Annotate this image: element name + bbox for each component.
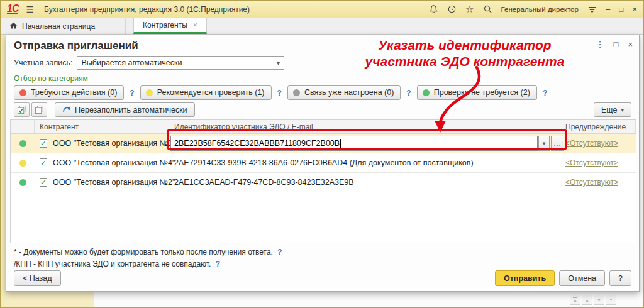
dialog-footer-buttons: Отправить Отмена ? — [495, 270, 631, 286]
filter-help-icon[interactable]: ? — [406, 89, 411, 97]
table-row[interactable]: ✓ ООО "Тестовая организация №2" 2AE1CC3A… — [11, 173, 636, 192]
service-menu-icon[interactable] — [587, 5, 597, 14]
filter-actions-required[interactable]: Требуются действия (0) — [14, 85, 124, 100]
row-checkbox[interactable]: ✓ — [40, 158, 47, 167]
check-icon: ✓ — [40, 179, 47, 186]
warning-link[interactable]: <Отсутствуют> — [560, 178, 618, 187]
tab-contractors-label: Контрагенты — [143, 21, 187, 30]
row-checkbox[interactable]: ✓ — [40, 139, 47, 148]
dialog-kebab-menu-icon[interactable]: ⋮ — [596, 40, 604, 48]
filter-no-check-needed[interactable]: Проверка не требуется (2) — [417, 85, 537, 100]
cancel-button[interactable]: Отмена — [559, 270, 605, 286]
edo-id-value: 2AE1CC3AEAD-F479-47CD-8C93-8423E32A3E9B — [174, 178, 354, 187]
underlying-form-strip: ▲ ▲ ▼ ▼ — [6, 292, 644, 308]
status-dot-icon — [19, 160, 26, 167]
warning-link[interactable]: <Отсутствуют> — [560, 158, 618, 167]
check-icon: ✓ — [40, 159, 47, 167]
account-row: Учетная запись: Выбирается автоматически… — [14, 56, 284, 70]
scroll-buttons: ▲ ▲ ▼ ▼ — [570, 295, 616, 305]
gray-status-dot-icon — [293, 89, 300, 96]
filter-label: Требуются действия (0) — [31, 88, 117, 97]
column-status[interactable] — [11, 120, 35, 133]
text-caret — [340, 139, 341, 148]
table-row[interactable]: ✓ ООО "Тестовая организация №4" 2AE72914… — [11, 153, 636, 173]
more-button[interactable]: Еще ▾ — [594, 102, 631, 117]
help-button[interactable]: ? — [609, 270, 631, 286]
contractor-name: ООО "Тестовая организация №4" — [53, 158, 175, 167]
warning-link[interactable]: <Отсутствуют> — [560, 139, 618, 148]
table-row[interactable]: ✓ ООО "Тестовая организация №3" 2BE23B58… — [11, 134, 636, 153]
tab-close-icon[interactable]: × — [193, 21, 197, 30]
tab-home[interactable]: Начальная страница — [1, 18, 126, 34]
home-icon — [9, 21, 18, 31]
scroll-bottom-icon[interactable]: ▼ — [606, 295, 616, 305]
title-bar: 1С ☰ Бухгалтерия предприятия, редакция 3… — [1, 1, 643, 18]
account-dropdown-icon[interactable]: ▾ — [272, 57, 284, 69]
filter-help-icon[interactable]: ? — [543, 89, 547, 97]
refill-label: Перезаполнить автоматически — [75, 106, 187, 114]
status-dot-icon — [19, 179, 26, 186]
dialog-close-icon[interactable]: × — [628, 40, 633, 48]
contractor-name: ООО "Тестовая организация №2" — [53, 178, 175, 187]
check-icon: ✓ — [40, 140, 47, 147]
current-user[interactable]: Генеральный директор — [501, 6, 579, 13]
green-status-dot-icon — [423, 89, 430, 96]
titlebar-actions: ☆ Генеральный директор – □ × — [429, 4, 637, 14]
row-checkbox[interactable]: ✓ — [40, 178, 47, 187]
filter-label: Связь уже настроена (0) — [304, 88, 394, 97]
tab-contractors[interactable]: Контрагенты × — [133, 18, 207, 34]
close-button[interactable]: × — [632, 5, 637, 14]
footnote-help-icon[interactable]: ? — [277, 248, 282, 256]
dialog-controls: ⋮ □ × — [596, 40, 633, 48]
refresh-arrow-icon — [62, 105, 71, 115]
dialog-maximize-icon[interactable]: □ — [614, 40, 619, 48]
notifications-bell-icon[interactable] — [429, 4, 438, 14]
filter-check-recommended[interactable]: Рекомендуется проверить (1) — [140, 85, 272, 100]
history-clock-icon[interactable] — [447, 4, 457, 14]
table-toolbar: Перезаполнить автоматически — [14, 102, 195, 117]
app-title: Бухгалтерия предприятия, редакция 3.0 (1… — [44, 5, 250, 14]
scroll-down-icon[interactable]: ▼ — [594, 295, 604, 305]
edo-id-value: 2BE23B58F6542CE32BABBB711809CF2B00B — [174, 139, 340, 148]
account-value: Выбирается автоматически — [77, 58, 272, 67]
scroll-top-icon[interactable]: ▲ — [570, 295, 580, 305]
send-button[interactable]: Отправить — [495, 270, 555, 286]
favorites-star-icon[interactable]: ☆ — [465, 5, 474, 14]
clear-all-flags-icon[interactable] — [31, 102, 47, 117]
refill-automatically-button[interactable]: Перезаполнить автоматически — [55, 102, 195, 117]
edo-id-input[interactable]: 2BE23B58F6542CE32BABBB711809CF2B00B — [170, 136, 538, 151]
edo-id-dropdown-icon[interactable]: ▾ — [538, 136, 550, 151]
column-contractor[interactable]: Контрагент — [35, 120, 169, 133]
filter-label: Рекомендуется проверить (1) — [157, 88, 265, 97]
send-invitations-dialog: Отправка приглашений ⋮ □ × Учетная запис… — [6, 35, 640, 292]
dialog-title: Отправка приглашений — [14, 40, 138, 52]
red-status-dot-icon — [19, 89, 26, 96]
filter-label: Проверка не требуется (2) — [434, 88, 530, 97]
column-warning[interactable]: Предупреждение — [560, 120, 636, 133]
status-dot-icon — [19, 140, 26, 147]
minimize-button[interactable]: – — [606, 5, 610, 14]
account-select[interactable]: Выбирается автоматически ▾ — [77, 56, 284, 70]
chevron-down-icon: ▾ — [621, 107, 624, 113]
column-identifier[interactable]: Идентификатор участника ЭДО / E-mail — [169, 120, 560, 133]
filter-help-icon[interactable]: ? — [277, 89, 282, 97]
table-header-row: Контрагент Идентификатор участника ЭДО /… — [11, 120, 636, 134]
edo-id-value: 2AE72914C33-939B-4218-86A6-0276FC0B6AD4 … — [174, 158, 474, 167]
footnote-help-icon[interactable]: ? — [216, 260, 220, 268]
maximize-button[interactable]: □ — [619, 5, 623, 14]
category-filters: Требуются действия (0) ? Рекомендуется п… — [14, 85, 553, 100]
underlying-form-panel — [6, 292, 94, 308]
tab-home-label: Начальная страница — [22, 22, 95, 31]
set-all-flags-icon[interactable] — [14, 102, 30, 117]
footnote-text: /КПП - КПП участника ЭДО и контрагента н… — [14, 260, 211, 268]
scroll-up-icon[interactable]: ▲ — [582, 295, 592, 305]
yellow-status-dot-icon — [146, 89, 153, 96]
main-menu-icon[interactable]: ☰ — [26, 4, 34, 14]
back-button[interactable]: < Назад — [14, 270, 61, 286]
search-icon[interactable] — [483, 4, 492, 14]
filter-help-icon[interactable]: ? — [130, 89, 134, 97]
contractors-table: Контрагент Идентификатор участника ЭДО /… — [10, 119, 636, 243]
filter-already-configured[interactable]: Связь уже настроена (0) — [287, 85, 401, 100]
categories-filter-link[interactable]: Отбор по категориям — [14, 74, 88, 83]
more-label: Еще — [601, 106, 617, 114]
